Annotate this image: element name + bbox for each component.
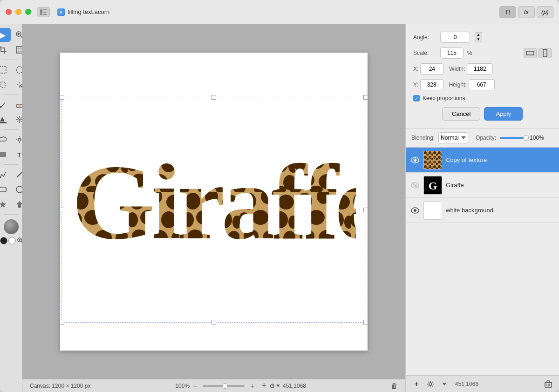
x-input[interactable] [420, 63, 443, 74]
p-btn[interactable]: (p) [537, 6, 553, 18]
apply-button[interactable]: Apply [484, 107, 523, 121]
rect-shape-tool[interactable] [0, 148, 11, 162]
add-layer-btn[interactable]: + [261, 381, 266, 391]
svg-rect-65 [526, 51, 534, 55]
layer-settings-btn[interactable]: ⚙ [269, 382, 280, 390]
y-label: Y: [413, 81, 418, 88]
scale-horizontal-btn[interactable] [524, 48, 537, 58]
trash-btn[interactable]: 🗑 [391, 382, 398, 390]
add-layer-panel-btn[interactable]: + [411, 379, 422, 389]
scale-icons [524, 48, 552, 58]
opacity-knob[interactable] [523, 135, 529, 141]
keep-proportions-label: Keep proportions [423, 95, 465, 101]
y-input[interactable] [420, 79, 443, 90]
sidebar-toggle[interactable] [37, 7, 50, 17]
type-tool-icon: T! [505, 8, 511, 16]
layer-eye-copy-of-texture[interactable] [410, 155, 420, 165]
svg-line-28 [20, 121, 22, 122]
type-tool-btn[interactable]: T! [499, 6, 516, 18]
minimize-button[interactable] [15, 9, 21, 15]
svg-point-22 [19, 119, 20, 121]
action-buttons: Cancel Apply [413, 107, 552, 121]
color-preview[interactable] [4, 219, 19, 234]
svg-rect-21 [0, 122, 7, 123]
scale-unit: % [467, 50, 472, 56]
pen-tool[interactable] [0, 168, 11, 182]
brush-tool[interactable] [0, 98, 11, 112]
layer-eye-giraffe[interactable] [410, 181, 420, 190]
coordinates: 451,1068 [283, 383, 306, 389]
panel-toolbar-right: T! fx (p) [499, 6, 553, 18]
zoom-plus-btn[interactable]: + [250, 382, 254, 390]
angle-increment[interactable]: ▲ [475, 32, 482, 37]
svg-text:A: A [60, 10, 62, 14]
down-arrow-btn[interactable] [439, 379, 450, 389]
lasso-tool[interactable] [0, 78, 11, 92]
svg-rect-36 [0, 152, 6, 157]
svg-rect-90 [547, 381, 550, 382]
app-window: A filling text.acorn T! fx (p) ▶ [0, 0, 559, 392]
layer-thumb-giraffe: G [423, 176, 442, 195]
canvas-scroll-area[interactable]: Giraffe [22, 24, 405, 379]
height-input[interactable] [469, 79, 495, 90]
keep-proportions-checkbox[interactable] [413, 95, 420, 101]
angle-stepper: ▲ ▼ [475, 32, 482, 42]
scale-vertical-btn[interactable] [539, 48, 552, 58]
maximize-button[interactable] [25, 9, 31, 15]
background-color[interactable] [8, 237, 16, 244]
blending-select[interactable]: NormalMultiplyScreenOverlayDarkenLighten [438, 132, 468, 143]
delete-layer-btn[interactable] [543, 379, 553, 389]
svg-marker-87 [442, 383, 447, 385]
opacity-slider[interactable] [500, 137, 528, 139]
angle-row: Angle: ▲ ▼ [413, 32, 552, 43]
scale-label: Scale: [413, 50, 436, 56]
svg-line-30 [17, 121, 19, 122]
select-tool[interactable]: ▶ [0, 28, 11, 42]
right-panel: Angle: ▲ ▼ Scale: % [405, 24, 559, 392]
zoom-slider[interactable] [203, 385, 245, 387]
svg-rect-39 [0, 187, 6, 192]
title-file: A filling text.acorn [57, 8, 109, 16]
angle-decrement[interactable]: ▼ [475, 37, 482, 42]
main-area: ▶ [0, 24, 559, 392]
svg-rect-63 [72, 136, 356, 266]
width-input[interactable] [467, 63, 493, 74]
cloud-tool[interactable] [0, 133, 11, 147]
properties-panel: Angle: ▲ ▼ Scale: % [406, 24, 559, 128]
svg-point-72 [414, 159, 416, 162]
ellipse-shape-tool[interactable] [0, 182, 11, 196]
svg-marker-64 [276, 385, 280, 387]
layer-eye-white-background[interactable] [410, 206, 420, 215]
layer-info-giraffe: Giraffe [446, 182, 554, 189]
color-row [0, 237, 24, 244]
zoom-minus-btn[interactable]: − [193, 382, 197, 390]
scale-row: Scale: % [413, 47, 552, 59]
layer-info-copy-of-texture: Copy of texture [446, 156, 554, 163]
layer-item-white-background[interactable]: white background [406, 198, 559, 223]
layer-item-giraffe[interactable]: G Giraffe [406, 173, 559, 198]
giraffe-layer: Giraffe [72, 136, 356, 268]
svg-point-84 [414, 209, 416, 212]
height-label: Height: [449, 81, 467, 88]
rect-select-tool[interactable] [0, 63, 11, 77]
angle-label: Angle: [413, 34, 436, 41]
cancel-button[interactable]: Cancel [442, 107, 480, 121]
layer-settings-panel-btn[interactable] [425, 379, 436, 389]
canvas-document: Giraffe [60, 53, 368, 351]
svg-rect-85 [424, 202, 442, 219]
fx-btn[interactable]: fx [518, 6, 535, 18]
zoom-knob[interactable] [222, 383, 228, 389]
angle-input[interactable] [440, 32, 470, 43]
close-button[interactable] [6, 9, 12, 15]
foreground-color[interactable] [0, 237, 7, 244]
svg-line-29 [20, 117, 22, 119]
star-tool[interactable] [0, 197, 11, 211]
svg-rect-20 [19, 104, 20, 108]
svg-rect-10 [16, 47, 23, 53]
opacity-value: 100% [530, 135, 544, 141]
scale-input[interactable] [440, 47, 464, 59]
layer-item-copy-of-texture[interactable]: G Copy of texture [406, 148, 559, 173]
fill-tool[interactable] [0, 113, 11, 127]
svg-marker-42 [16, 201, 23, 208]
crop-tool[interactable] [0, 43, 11, 57]
